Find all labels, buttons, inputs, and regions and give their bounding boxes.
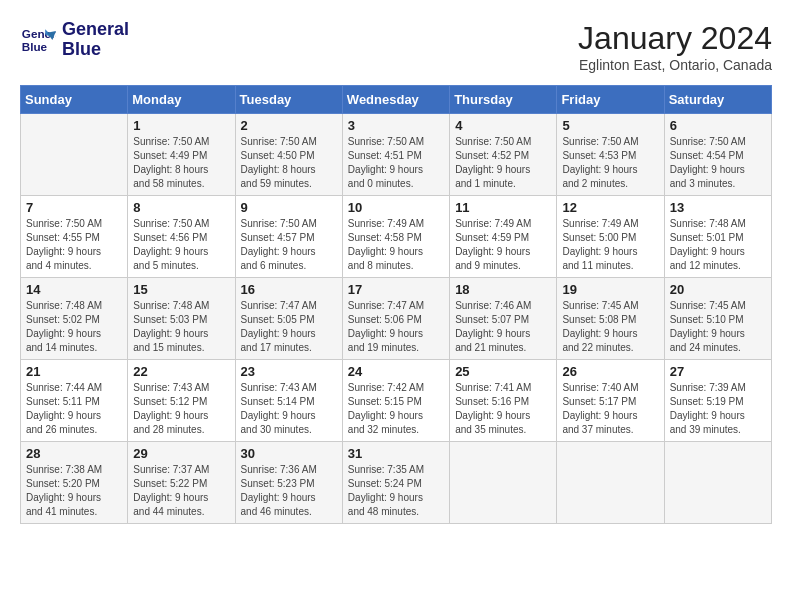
day-info: Sunrise: 7:44 AMSunset: 5:11 PMDaylight:… [26,381,122,437]
day-info: Sunrise: 7:50 AMSunset: 4:55 PMDaylight:… [26,217,122,273]
calendar-cell: 23Sunrise: 7:43 AMSunset: 5:14 PMDayligh… [235,360,342,442]
day-number: 23 [241,364,337,379]
calendar-cell: 29Sunrise: 7:37 AMSunset: 5:22 PMDayligh… [128,442,235,524]
day-number: 25 [455,364,551,379]
day-info: Sunrise: 7:50 AMSunset: 4:51 PMDaylight:… [348,135,444,191]
day-info: Sunrise: 7:40 AMSunset: 5:17 PMDaylight:… [562,381,658,437]
calendar-week-row: 28Sunrise: 7:38 AMSunset: 5:20 PMDayligh… [21,442,772,524]
day-info: Sunrise: 7:41 AMSunset: 5:16 PMDaylight:… [455,381,551,437]
weekday-header-cell: Saturday [664,86,771,114]
calendar-week-row: 14Sunrise: 7:48 AMSunset: 5:02 PMDayligh… [21,278,772,360]
weekday-header-cell: Monday [128,86,235,114]
day-number: 29 [133,446,229,461]
day-number: 26 [562,364,658,379]
weekday-header-cell: Tuesday [235,86,342,114]
day-number: 12 [562,200,658,215]
day-info: Sunrise: 7:48 AMSunset: 5:01 PMDaylight:… [670,217,766,273]
day-number: 8 [133,200,229,215]
day-info: Sunrise: 7:47 AMSunset: 5:06 PMDaylight:… [348,299,444,355]
calendar-cell: 9Sunrise: 7:50 AMSunset: 4:57 PMDaylight… [235,196,342,278]
calendar-cell: 14Sunrise: 7:48 AMSunset: 5:02 PMDayligh… [21,278,128,360]
day-info: Sunrise: 7:45 AMSunset: 5:10 PMDaylight:… [670,299,766,355]
day-info: Sunrise: 7:43 AMSunset: 5:14 PMDaylight:… [241,381,337,437]
day-number: 16 [241,282,337,297]
day-info: Sunrise: 7:43 AMSunset: 5:12 PMDaylight:… [133,381,229,437]
day-number: 22 [133,364,229,379]
day-number: 6 [670,118,766,133]
calendar-cell: 11Sunrise: 7:49 AMSunset: 4:59 PMDayligh… [450,196,557,278]
calendar-body: 1Sunrise: 7:50 AMSunset: 4:49 PMDaylight… [21,114,772,524]
calendar-cell: 24Sunrise: 7:42 AMSunset: 5:15 PMDayligh… [342,360,449,442]
day-number: 24 [348,364,444,379]
day-number: 28 [26,446,122,461]
day-info: Sunrise: 7:50 AMSunset: 4:54 PMDaylight:… [670,135,766,191]
day-number: 31 [348,446,444,461]
calendar-cell: 7Sunrise: 7:50 AMSunset: 4:55 PMDaylight… [21,196,128,278]
day-info: Sunrise: 7:50 AMSunset: 4:52 PMDaylight:… [455,135,551,191]
day-number: 13 [670,200,766,215]
day-info: Sunrise: 7:50 AMSunset: 4:57 PMDaylight:… [241,217,337,273]
page-header: General Blue General Blue January 2024 E… [20,20,772,73]
day-number: 1 [133,118,229,133]
calendar-cell: 20Sunrise: 7:45 AMSunset: 5:10 PMDayligh… [664,278,771,360]
calendar-cell: 10Sunrise: 7:49 AMSunset: 4:58 PMDayligh… [342,196,449,278]
day-number: 2 [241,118,337,133]
day-info: Sunrise: 7:38 AMSunset: 5:20 PMDaylight:… [26,463,122,519]
day-info: Sunrise: 7:45 AMSunset: 5:08 PMDaylight:… [562,299,658,355]
calendar-cell: 2Sunrise: 7:50 AMSunset: 4:50 PMDaylight… [235,114,342,196]
day-number: 10 [348,200,444,215]
day-info: Sunrise: 7:50 AMSunset: 4:53 PMDaylight:… [562,135,658,191]
calendar-cell: 17Sunrise: 7:47 AMSunset: 5:06 PMDayligh… [342,278,449,360]
day-info: Sunrise: 7:37 AMSunset: 5:22 PMDaylight:… [133,463,229,519]
title-block: January 2024 Eglinton East, Ontario, Can… [578,20,772,73]
day-number: 19 [562,282,658,297]
weekday-header-cell: Sunday [21,86,128,114]
day-info: Sunrise: 7:39 AMSunset: 5:19 PMDaylight:… [670,381,766,437]
calendar-cell: 12Sunrise: 7:49 AMSunset: 5:00 PMDayligh… [557,196,664,278]
day-number: 11 [455,200,551,215]
day-info: Sunrise: 7:49 AMSunset: 4:59 PMDaylight:… [455,217,551,273]
calendar-cell: 6Sunrise: 7:50 AMSunset: 4:54 PMDaylight… [664,114,771,196]
weekday-header-row: SundayMondayTuesdayWednesdayThursdayFrid… [21,86,772,114]
weekday-header-cell: Thursday [450,86,557,114]
calendar-cell: 31Sunrise: 7:35 AMSunset: 5:24 PMDayligh… [342,442,449,524]
day-info: Sunrise: 7:48 AMSunset: 5:03 PMDaylight:… [133,299,229,355]
calendar-cell: 22Sunrise: 7:43 AMSunset: 5:12 PMDayligh… [128,360,235,442]
calendar-cell [664,442,771,524]
day-info: Sunrise: 7:36 AMSunset: 5:23 PMDaylight:… [241,463,337,519]
calendar-cell: 8Sunrise: 7:50 AMSunset: 4:56 PMDaylight… [128,196,235,278]
day-number: 21 [26,364,122,379]
day-info: Sunrise: 7:49 AMSunset: 4:58 PMDaylight:… [348,217,444,273]
weekday-header-cell: Friday [557,86,664,114]
calendar-cell [557,442,664,524]
day-info: Sunrise: 7:50 AMSunset: 4:56 PMDaylight:… [133,217,229,273]
logo-text: General Blue [62,20,129,60]
day-number: 30 [241,446,337,461]
day-info: Sunrise: 7:42 AMSunset: 5:15 PMDaylight:… [348,381,444,437]
calendar-cell: 18Sunrise: 7:46 AMSunset: 5:07 PMDayligh… [450,278,557,360]
calendar-cell: 13Sunrise: 7:48 AMSunset: 5:01 PMDayligh… [664,196,771,278]
logo-icon: General Blue [20,22,56,58]
day-info: Sunrise: 7:46 AMSunset: 5:07 PMDaylight:… [455,299,551,355]
day-number: 20 [670,282,766,297]
day-info: Sunrise: 7:48 AMSunset: 5:02 PMDaylight:… [26,299,122,355]
calendar-cell: 21Sunrise: 7:44 AMSunset: 5:11 PMDayligh… [21,360,128,442]
weekday-header-cell: Wednesday [342,86,449,114]
calendar-cell: 16Sunrise: 7:47 AMSunset: 5:05 PMDayligh… [235,278,342,360]
calendar-cell: 4Sunrise: 7:50 AMSunset: 4:52 PMDaylight… [450,114,557,196]
calendar-cell: 5Sunrise: 7:50 AMSunset: 4:53 PMDaylight… [557,114,664,196]
calendar-title: January 2024 [578,20,772,57]
calendar-week-row: 21Sunrise: 7:44 AMSunset: 5:11 PMDayligh… [21,360,772,442]
calendar-cell [450,442,557,524]
day-number: 3 [348,118,444,133]
calendar-cell: 1Sunrise: 7:50 AMSunset: 4:49 PMDaylight… [128,114,235,196]
svg-text:Blue: Blue [22,40,48,53]
day-number: 5 [562,118,658,133]
day-info: Sunrise: 7:35 AMSunset: 5:24 PMDaylight:… [348,463,444,519]
day-number: 9 [241,200,337,215]
calendar-cell: 28Sunrise: 7:38 AMSunset: 5:20 PMDayligh… [21,442,128,524]
calendar-cell: 27Sunrise: 7:39 AMSunset: 5:19 PMDayligh… [664,360,771,442]
day-number: 7 [26,200,122,215]
day-number: 18 [455,282,551,297]
calendar-cell: 30Sunrise: 7:36 AMSunset: 5:23 PMDayligh… [235,442,342,524]
